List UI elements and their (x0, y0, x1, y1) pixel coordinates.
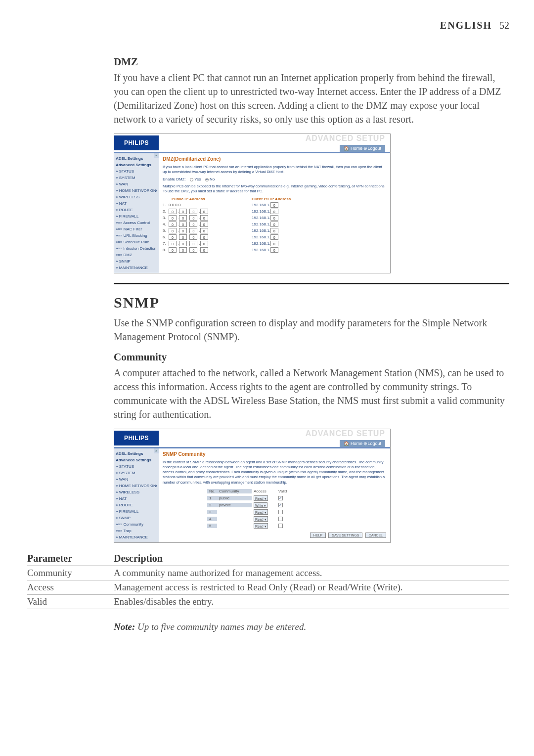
ip-octet[interactable]: 0 (169, 234, 177, 240)
ip-octet[interactable]: 0 (169, 228, 177, 233)
desc-header: Description (114, 553, 509, 566)
valid-checkbox[interactable] (278, 524, 283, 528)
client-ip-prefix: 192.168.1. (252, 209, 270, 214)
ip-octet[interactable]: 0 (189, 209, 197, 214)
sidebar-item[interactable]: » WIRELESS (116, 194, 157, 200)
ip-octet[interactable]: 0 (169, 222, 177, 227)
scroll-up-icon[interactable]: ▴ (154, 153, 159, 158)
sidebar-item[interactable]: ADSL Settings (116, 155, 157, 162)
parameter-table: Parameter CommunityAccessValid Descripti… (27, 553, 509, 609)
sidebar-item[interactable]: »»» Schedule Rule (116, 239, 157, 245)
ip-octet[interactable]: 0 (189, 241, 197, 246)
sidebar-item[interactable]: Advanced Settings (116, 457, 157, 463)
client-ip-octet[interactable]: 0 (270, 222, 278, 227)
ip-octet[interactable]: 0 (200, 228, 208, 233)
client-ip-octet[interactable]: 0 (270, 247, 278, 253)
sidebar-item[interactable]: » NAT (116, 200, 157, 207)
param-header: Parameter (27, 553, 114, 566)
sidebar-item[interactable]: » HOME NETWORKING (116, 483, 157, 489)
sidebar-item[interactable]: »»» MAC Filter (116, 226, 157, 232)
sidebar-item[interactable]: »»» Trap (116, 528, 157, 534)
sidebar-item[interactable]: » WAN (116, 476, 157, 483)
ip-octet[interactable]: 0 (200, 209, 208, 214)
client-ip-octet[interactable]: 0 (270, 202, 278, 208)
banner-title: ADVANCED SETUP (159, 429, 385, 438)
sidebar-item[interactable]: » MAINTENANCE (116, 265, 157, 271)
sidebar-item[interactable]: »»» Access Control (116, 220, 157, 226)
sidebar-item[interactable]: » STATUS (116, 463, 157, 470)
sidebar-item[interactable]: » WIRELESS (116, 489, 157, 495)
client-ip-prefix: 192.168.1. (252, 228, 270, 233)
sidebar-item[interactable]: » MAINTENANCE (116, 534, 157, 540)
sidebar-item[interactable]: » SYSTEM (116, 175, 157, 181)
snmp-table-row: 1publicRead ▾ (207, 495, 386, 502)
valid-checkbox[interactable] (278, 496, 283, 500)
cancel-button[interactable]: CANCEL (365, 533, 386, 538)
access-select[interactable]: Read ▾ (254, 523, 268, 529)
valid-checkbox[interactable] (278, 517, 283, 521)
ip-octet[interactable]: 0 (200, 215, 208, 221)
dmz-body: If you have a client PC that cannot run … (114, 71, 509, 126)
ip-octet[interactable]: 0 (200, 241, 208, 246)
sidebar-item[interactable]: »»» Community (116, 521, 157, 528)
sidebar-item[interactable]: » SNMP (116, 258, 157, 265)
sidebar-item[interactable]: Advanced Settings (116, 162, 157, 168)
sidebar-item[interactable]: » WAN (116, 181, 157, 187)
help-button[interactable]: HELP (310, 533, 326, 538)
radio-yes[interactable] (190, 178, 193, 181)
ip-octet[interactable]: 0 (169, 241, 177, 246)
ip-octet[interactable]: 0 (169, 247, 177, 253)
ip-octet[interactable]: 0 (189, 228, 197, 233)
sidebar-item[interactable]: » ROUTE (116, 207, 157, 213)
ip-octet[interactable]: 0 (179, 234, 187, 240)
access-select[interactable]: Read ▾ (254, 516, 268, 522)
access-select[interactable]: Read ▾ (254, 509, 268, 515)
sidebar-item[interactable]: » FIREWALL (116, 213, 157, 220)
ip-octet[interactable]: 0 (200, 247, 208, 253)
ip-octet[interactable]: 0 (189, 222, 197, 227)
client-ip-octet[interactable]: 0 (270, 241, 278, 246)
ip-octet[interactable]: 0 (179, 222, 187, 227)
sidebar-item[interactable]: »»» Intrusion Detection (116, 245, 157, 252)
ip-octet[interactable]: 0 (179, 215, 187, 221)
ip-octet[interactable]: 0 (200, 222, 208, 227)
access-select[interactable]: Write ▾ (254, 502, 267, 508)
client-ip-octet[interactable]: 0 (270, 234, 278, 240)
sidebar-item[interactable]: » FIREWALL (116, 508, 157, 515)
sidebar-item[interactable]: ADSL Settings (116, 450, 157, 457)
home-logout-links[interactable]: 🏠 Home ⊕Logout (340, 440, 385, 447)
valid-checkbox[interactable] (278, 503, 283, 507)
sidebar-item[interactable]: » NAT (116, 495, 157, 502)
home-logout-links[interactable]: 🏠 Home ⊕Logout (340, 145, 385, 152)
ip-octet[interactable]: 0 (169, 209, 177, 214)
sidebar-item[interactable]: »»» DMZ (116, 252, 157, 258)
client-ip-octet[interactable]: 0 (270, 209, 278, 214)
ip-octet[interactable]: 0 (200, 234, 208, 240)
ip-octet[interactable]: 0 (179, 247, 187, 253)
ip-octet[interactable]: 0 (179, 209, 187, 214)
radio-no[interactable] (205, 178, 209, 181)
save-settings-button[interactable]: SAVE SETTINGS (328, 533, 362, 538)
client-ip-octet[interactable]: 0 (270, 228, 278, 233)
valid-checkbox[interactable] (278, 510, 283, 514)
sidebar-item[interactable]: » SYSTEM (116, 470, 157, 476)
ip-octet[interactable]: 0 (189, 247, 197, 253)
dmz-row: 5.0.0.0.0192.168.1.0 (163, 228, 386, 233)
sidebar-item[interactable]: »»» URL Blocking (116, 232, 157, 239)
ip-octet[interactable]: 0 (179, 241, 187, 246)
ip-octet[interactable]: 0 (189, 215, 197, 221)
sidebar-item[interactable]: » ROUTE (116, 502, 157, 508)
client-ip-octet[interactable]: 0 (270, 215, 278, 221)
access-select[interactable]: Read ▾ (254, 495, 268, 501)
ip-octet[interactable]: 0 (179, 228, 187, 233)
sidebar-item[interactable]: » STATUS (116, 168, 157, 175)
col-public-ip: Public IP Address (163, 197, 252, 201)
sidebar-item[interactable]: » SNMP (116, 515, 157, 521)
sidebar-item[interactable]: » HOME NETWORKING (116, 187, 157, 194)
scroll-up-icon[interactable]: ▴ (154, 448, 159, 453)
dmz-row: 6.0.0.0.0192.168.1.0 (163, 234, 386, 240)
community-title: Community (114, 351, 509, 363)
ip-octet[interactable]: 0 (189, 234, 197, 240)
dmz-row: 7.0.0.0.0192.168.1.0 (163, 241, 386, 246)
ip-octet[interactable]: 0 (169, 215, 177, 221)
